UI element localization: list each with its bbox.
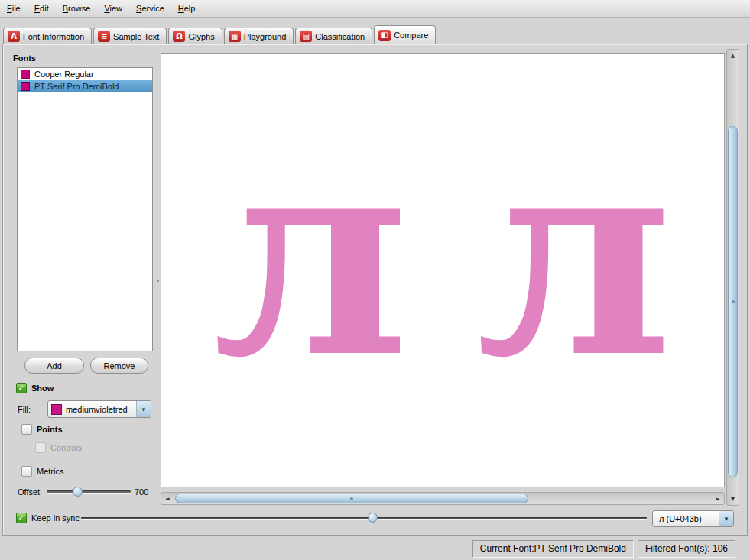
- vertical-scroll-thumb[interactable]: [728, 126, 738, 477]
- menu-service[interactable]: Service: [129, 0, 171, 17]
- menu-view[interactable]: View: [97, 0, 129, 17]
- glyph-select[interactable]: л (U+043b) ▾: [652, 510, 734, 527]
- font-list-item-ptserif[interactable]: PT Serif Pro DemiBold: [18, 80, 152, 92]
- show-checkbox[interactable]: ✓: [16, 383, 27, 393]
- show-label: Show: [31, 384, 54, 393]
- glyph-preview-ptserif: л: [476, 115, 673, 394]
- filtered-fonts-status: Filtered Font(s): 106: [638, 540, 735, 558]
- sample-text-icon: ≡: [98, 31, 110, 42]
- metrics-label: Metrics: [37, 467, 63, 476]
- tab-label: Font Information: [23, 32, 84, 41]
- font-information-icon: A: [8, 31, 20, 42]
- playground-icon: ▦: [229, 31, 241, 42]
- glyph-preview-cooper: л: [213, 115, 409, 394]
- menu-browse[interactable]: Browse: [56, 0, 98, 17]
- horizontal-scrollbar[interactable]: ◄ ►: [161, 492, 725, 505]
- sync-slider-groove: [81, 517, 647, 519]
- current-font-status: Current Font:PT Serif Pro DemiBold: [472, 540, 634, 558]
- offset-slider-handle[interactable]: [73, 487, 83, 497]
- menu-file[interactable]: File: [0, 0, 28, 17]
- status-bar: Current Font:PT Serif Pro DemiBold Filte…: [0, 540, 750, 558]
- font-name: PT Serif Pro DemiBold: [34, 82, 119, 91]
- vertical-scrollbar[interactable]: ▲ ▼: [726, 49, 739, 506]
- tab-font-information[interactable]: A Font Information: [3, 28, 92, 44]
- classification-icon: ▤: [300, 31, 312, 42]
- font-name: Cooper Regular: [34, 70, 94, 79]
- fill-color-select[interactable]: mediumvioletred ▾: [47, 400, 151, 418]
- controls-label: Controls: [50, 443, 82, 452]
- menu-bar: File Edit Browse View Service Help: [0, 0, 750, 18]
- scroll-left-icon[interactable]: ◄: [162, 493, 173, 504]
- glyphs-icon: Ω: [173, 31, 185, 42]
- sync-slider-handle[interactable]: [368, 513, 378, 523]
- font-list-item-cooper[interactable]: Cooper Regular: [18, 68, 152, 80]
- splitter-handle[interactable]: [155, 53, 161, 487]
- glyph-position-slider[interactable]: [81, 512, 647, 524]
- menu-help[interactable]: Help: [171, 0, 203, 17]
- remove-button[interactable]: Remove: [90, 358, 148, 374]
- metrics-checkbox[interactable]: [21, 466, 32, 477]
- compare-icon: ◧: [378, 30, 391, 41]
- glyph-canvas: л л: [161, 53, 725, 487]
- scroll-up-icon[interactable]: ▲: [727, 50, 739, 61]
- offset-value: 700: [135, 487, 148, 497]
- offset-slider[interactable]: [47, 486, 131, 498]
- fill-color-value: mediumvioletred: [66, 405, 128, 414]
- tab-label: Compare: [394, 31, 428, 40]
- tab-label: Sample Text: [113, 32, 159, 41]
- scroll-right-icon[interactable]: ►: [713, 493, 723, 504]
- tab-compare[interactable]: ◧ Compare: [374, 25, 436, 44]
- menu-edit[interactable]: Edit: [28, 0, 56, 17]
- font-list[interactable]: Cooper Regular PT Serif Pro DemiBold: [17, 67, 153, 351]
- tab-glyphs[interactable]: Ω Glyphs: [168, 28, 222, 44]
- tab-label: Playground: [244, 32, 287, 41]
- tab-label: Classification: [315, 32, 365, 41]
- points-label: Points: [37, 425, 63, 434]
- scroll-down-icon[interactable]: ▼: [727, 494, 739, 504]
- keep-in-sync-checkbox[interactable]: ✓: [16, 513, 27, 523]
- glyph-select-value: л (U+043b): [659, 514, 702, 523]
- offset-slider-groove: [47, 490, 131, 493]
- check-icon: ✓: [18, 384, 24, 392]
- font-color-swatch: [21, 70, 30, 79]
- fonts-section-title: Fonts: [13, 53, 36, 63]
- add-button[interactable]: Add: [24, 358, 84, 374]
- tab-playground[interactable]: ▦ Playground: [224, 28, 294, 44]
- font-color-swatch: [21, 82, 30, 91]
- chevron-down-icon[interactable]: ▾: [136, 401, 151, 417]
- glyph-preview-row: л л: [161, 115, 724, 394]
- chevron-down-icon[interactable]: ▾: [719, 511, 733, 526]
- horizontal-scroll-thumb[interactable]: [175, 494, 528, 503]
- points-checkbox[interactable]: [21, 424, 32, 435]
- tab-sample-text[interactable]: ≡ Sample Text: [93, 28, 167, 44]
- tab-bar: A Font Information ≡ Sample Text Ω Glyph…: [3, 25, 437, 44]
- compare-panel: Fonts Cooper Regular PT Serif Pro DemiBo…: [2, 44, 748, 536]
- app-window: File Edit Browse View Service Help A Fon…: [0, 0, 750, 560]
- check-icon: ✓: [18, 514, 24, 522]
- offset-label: Offset: [18, 487, 40, 497]
- fill-color-swatch: [51, 404, 62, 415]
- fill-label: Fill:: [18, 405, 31, 414]
- tab-label: Glyphs: [188, 32, 214, 41]
- keep-in-sync-label: Keep in sync: [31, 513, 80, 523]
- controls-checkbox: [35, 442, 46, 453]
- tab-classification[interactable]: ▤ Classification: [295, 28, 372, 44]
